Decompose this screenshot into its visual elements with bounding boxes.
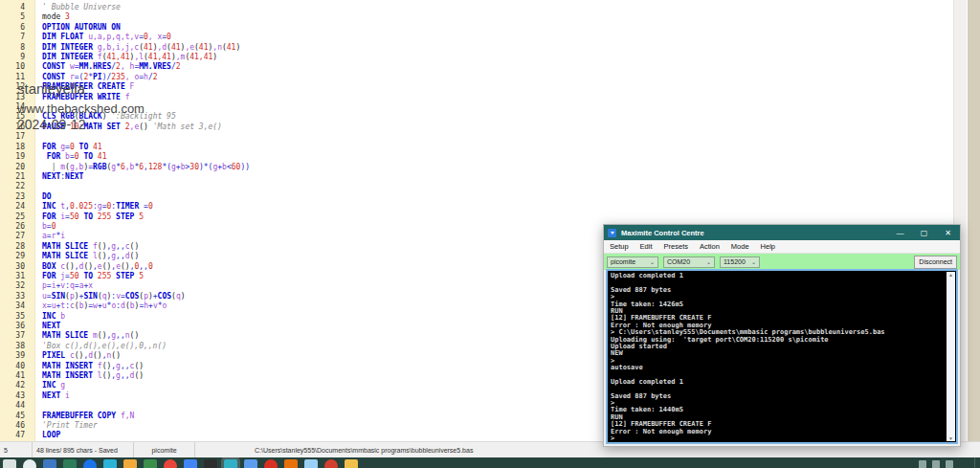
line-number: 4 bbox=[0, 3, 33, 12]
combo-value: 115200 bbox=[724, 258, 748, 265]
status-device: picomite bbox=[134, 442, 195, 457]
taskbar-app-icon[interactable] bbox=[164, 459, 177, 468]
code-line: 15CLS RGB(BLACK) ':Backlight 95 bbox=[0, 112, 980, 122]
taskbar-app-icon[interactable] bbox=[345, 459, 358, 468]
taskbar-app-icon[interactable] bbox=[204, 459, 217, 468]
disconnect-button[interactable]: Disconnect bbox=[914, 256, 957, 269]
code-text: INC t,0.025:g=0:TIMER =0 bbox=[33, 202, 153, 212]
taskbar-app-icon[interactable] bbox=[63, 459, 77, 468]
show-desktop-button[interactable] bbox=[974, 457, 980, 468]
window-edge-strip bbox=[967, 0, 980, 442]
tray-icon[interactable] bbox=[946, 460, 953, 468]
line-number: 28 bbox=[0, 242, 33, 252]
menu-mode[interactable]: Mode bbox=[725, 242, 755, 251]
maximize-button[interactable]: ▢ bbox=[912, 229, 936, 237]
toolbar: picomite⌄COM20⌄115200⌄ Disconnect bbox=[604, 254, 960, 270]
taskbar-app-icon[interactable] bbox=[103, 459, 117, 468]
status-line-count: 48 lines/ 895 chars - Saved bbox=[33, 442, 134, 457]
terminal-line: > bbox=[611, 358, 946, 365]
code-line: 10CONST w=MM.HRES/2, h=MM.VRES/2 bbox=[0, 62, 980, 72]
menu-setup[interactable]: Setup bbox=[604, 242, 635, 251]
code-text: b=0 bbox=[33, 222, 56, 232]
line-number: 14 bbox=[0, 102, 33, 112]
code-line: 6OPTION AUTORUN ON bbox=[0, 23, 980, 33]
line-number: 22 bbox=[0, 182, 33, 191]
taskbar-app-icon[interactable] bbox=[324, 459, 338, 468]
code-text: MATH SLICE m(),g,,n() bbox=[33, 331, 139, 341]
code-text: MATH SLICE l(),g,,d() bbox=[33, 252, 139, 261]
tray-icon[interactable] bbox=[932, 460, 940, 468]
taskbar-app-icon[interactable] bbox=[304, 459, 318, 468]
taskbar-app-icon[interactable] bbox=[83, 459, 97, 468]
code-text: | m(g,b)=RGB(g*6,b*6,128*(g+b>30)*(g+b<6… bbox=[33, 163, 250, 172]
tray-icon[interactable] bbox=[919, 460, 926, 468]
start-button[interactable] bbox=[3, 459, 16, 468]
line-number: 21 bbox=[0, 172, 33, 182]
code-text: NEXT i bbox=[33, 391, 70, 401]
code-line: 21NEXT:NEXT bbox=[0, 172, 980, 182]
terminal-line: > _ bbox=[611, 435, 946, 441]
line-number: 42 bbox=[0, 381, 33, 390]
status-cell-left: 5 bbox=[0, 442, 33, 457]
line-number: 16 bbox=[0, 123, 33, 132]
taskbar-app-icon[interactable] bbox=[264, 459, 278, 468]
code-text: FOR b=0 TO 41 bbox=[33, 152, 106, 162]
code-line: 23DO bbox=[0, 192, 980, 202]
line-number: 32 bbox=[0, 281, 33, 291]
scroll-up-icon[interactable]: ▲ bbox=[947, 272, 955, 278]
code-text: CONST w=MM.HRES/2, h=MM.VRES/2 bbox=[33, 62, 181, 72]
terminal-line: Upload completed 1 bbox=[611, 273, 946, 279]
connection-combos: picomite⌄COM20⌄115200⌄ bbox=[607, 256, 765, 268]
taskbar-app-icon[interactable] bbox=[284, 459, 298, 468]
combo-value: picomite bbox=[611, 258, 647, 265]
terminal-panel: Upload completed 1Saved 887 bytes>Time t… bbox=[606, 269, 958, 444]
taskbar-app-icon[interactable] bbox=[184, 459, 197, 468]
code-text: 'Print Timer bbox=[33, 421, 98, 431]
line-number: 15 bbox=[0, 112, 33, 122]
minimize-button[interactable]: — bbox=[888, 229, 912, 237]
line-number: 26 bbox=[0, 222, 33, 232]
code-text: FOR j=50 TO 255 STEP 5 bbox=[33, 272, 144, 281]
code-line: 4' Bubble Universe bbox=[0, 3, 980, 12]
com-port-select[interactable]: COM20⌄ bbox=[663, 256, 715, 268]
line-number: 18 bbox=[0, 143, 33, 152]
taskbar-app-icon[interactable] bbox=[144, 459, 157, 468]
code-text bbox=[33, 401, 42, 411]
taskbar-app-icon[interactable] bbox=[43, 459, 56, 468]
device-select[interactable]: picomite⌄ bbox=[607, 256, 658, 268]
code-line: 25FOR i=50 TO 255 STEP 5 bbox=[0, 212, 980, 222]
terminal-output[interactable]: Upload completed 1Saved 887 bytes>Time t… bbox=[611, 273, 946, 441]
title-bar[interactable]: Maximite Control Centre — ▢ ✕ bbox=[604, 225, 960, 240]
close-button[interactable]: ✕ bbox=[936, 229, 960, 237]
menu-help[interactable]: Help bbox=[755, 242, 781, 251]
code-line: 5mode 3 bbox=[0, 12, 980, 22]
line-number: 27 bbox=[0, 232, 33, 241]
code-line: 11CONST r=(2*PI)/235, o=h/2 bbox=[0, 73, 980, 82]
taskbar-icons bbox=[0, 457, 980, 468]
menu-presets[interactable]: Presets bbox=[658, 242, 694, 251]
line-number: 20 bbox=[0, 163, 33, 172]
code-line: 17 bbox=[0, 132, 980, 142]
menu-edit[interactable]: Edit bbox=[635, 242, 658, 251]
menu-action[interactable]: Action bbox=[694, 242, 725, 251]
line-number: 10 bbox=[0, 62, 33, 72]
combo-value: COM20 bbox=[667, 258, 703, 265]
line-number: 35 bbox=[0, 312, 33, 322]
terminal-scrollbar[interactable]: ▲ ▼ bbox=[947, 272, 955, 441]
scroll-down-icon[interactable]: ▼ bbox=[947, 435, 955, 441]
baud-rate-select[interactable]: 115200⌄ bbox=[720, 256, 760, 268]
chevron-down-icon: ⌄ bbox=[650, 258, 655, 265]
taskbar-app-icon[interactable] bbox=[224, 459, 237, 468]
taskbar-app-icon[interactable] bbox=[244, 459, 257, 468]
code-text: FRAMEBUFFER COPY f,N bbox=[33, 412, 134, 421]
code-text: LOOP bbox=[33, 431, 60, 440]
taskbar-app-icon[interactable] bbox=[123, 459, 137, 468]
line-number: 24 bbox=[0, 202, 33, 212]
code-text: a=r*i bbox=[33, 232, 65, 241]
code-text: INC b bbox=[33, 312, 65, 322]
code-text: MATH INSERT l(),g,,d() bbox=[33, 371, 144, 381]
window-title: Maximite Control Centre bbox=[621, 229, 888, 237]
search-icon[interactable] bbox=[23, 459, 36, 468]
code-line: 19 FOR b=0 TO 41 bbox=[0, 152, 980, 162]
line-number: 29 bbox=[0, 252, 33, 261]
